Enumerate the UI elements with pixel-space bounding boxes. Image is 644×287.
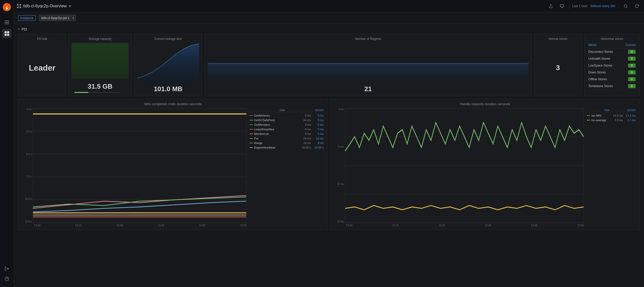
pd-role-panel: PD role Leader (18, 34, 66, 96)
instance-select-wrapper[interactable]: tidb-cl-6yqc2p-pd-1 (39, 15, 76, 21)
legend-item-current: 9 ms (311, 119, 324, 122)
sidebar-signout-icon[interactable] (2, 264, 11, 273)
abnormal-value-cell: 0 (621, 76, 637, 83)
charts-row: 99% completed cmds duration seconds 12.5… (18, 99, 640, 230)
instance-select[interactable]: tidb-cl-6yqc2p-pd-1 (39, 15, 76, 21)
svg-rect-2 (5, 21, 9, 21)
xaxis-label: 13:20 (117, 224, 123, 227)
app-logo[interactable]: 🔥 (2, 3, 11, 12)
legend-color-swatch (250, 124, 253, 125)
legend-item: MemberList 5 ms 5 ms (249, 132, 325, 136)
svg-rect-4 (5, 24, 9, 24)
topbar: tidb-cl-6yqc2p-Overview ▾ Last 1 hour (14, 0, 644, 12)
legend-item: Range 16 ms 9 ms (249, 141, 325, 145)
regions-chart: 21 (208, 43, 528, 93)
current-storage-title: Current storage size (137, 37, 199, 41)
cmds-legend: max current GetAllStores 5 ms 5 ms GetGC… (249, 108, 325, 227)
storage-capacity-chart: 31.5 GB (72, 43, 128, 93)
abnormal-value-cell: 0 (621, 83, 637, 90)
legend-item-name: GetMembers (254, 123, 298, 126)
main-content: tidb-cl-6yqc2p-Overview ▾ Last 1 hour (14, 0, 644, 287)
legend-item-max: 16 ms (298, 141, 311, 145)
refresh-label[interactable]: Refresh every 30s (591, 4, 615, 8)
current-storage-value: 101.0 MB (137, 85, 199, 93)
svg-rect-17 (560, 5, 564, 7)
sidebar-menu-icon[interactable] (2, 18, 11, 27)
legend-item-name: GetAllStores (254, 114, 298, 117)
abnormal-table-row: Unhealth Stores 0 (587, 55, 637, 62)
svg-rect-12 (17, 4, 19, 6)
search-button[interactable] (622, 3, 630, 9)
requests-svg-container (345, 108, 584, 223)
current-storage-panel: Current storage size (134, 34, 202, 96)
abnormal-metric-cell: Tombstone Stores (587, 83, 621, 90)
requests-chart-with-yaxis: 15 ms10 ms5 ms0 ns (333, 108, 584, 223)
share-button[interactable] (547, 3, 555, 9)
svg-rect-15 (20, 7, 21, 8)
refresh-button[interactable] (633, 3, 641, 9)
sidebar-dashboard-icon[interactable] (2, 29, 11, 38)
normal-stores-title: Normal stores (537, 37, 579, 41)
current-storage-chart: 101.0 MB (137, 43, 199, 93)
legend-item-name: MemberList (254, 132, 298, 135)
abnormal-stores-table: Metric Current Disconnect Stores 0 Unhea… (587, 43, 637, 90)
sidebar-help-icon[interactable] (2, 274, 11, 283)
legend-item-max: 10.00 s (298, 146, 311, 149)
yaxis-label: 0 ns (333, 108, 344, 111)
legend-item-name: LeaseKeepAlive (254, 128, 298, 131)
yaxis-label: 5 ms (333, 145, 344, 148)
cmds-chart-with-yaxis: 12.5 s10.0 s7.5 s5.0 s2.5 s0 ns (21, 108, 247, 223)
legend-item-current: 5 ms (311, 128, 324, 131)
legend-color-swatch (250, 134, 253, 134)
abnormal-table-row: Disconnect Stores 0 (587, 49, 637, 55)
legend-item: LeaseKeepAlive 5 ms 5 ms (249, 127, 325, 132)
pd-section-header: ▾ PD (18, 27, 640, 31)
legend-color-swatch (250, 129, 253, 130)
legend-item: RegionHeartbeat 10.00 s 10.00 s (249, 145, 325, 150)
legend-color-swatch (587, 120, 590, 120)
abnormal-metric-cell: Disconnect Stores (587, 49, 621, 55)
handle-requests-body: 15 ms10 ms5 ms0 ns (333, 108, 637, 227)
yaxis-label: 2.5 s (21, 130, 32, 133)
pd-role-title: PD role (21, 37, 63, 41)
legend-item-current: 5 ms (311, 114, 324, 117)
xaxis-label: 13:40 (531, 224, 538, 227)
cmds-duration-body: 12.5 s10.0 s7.5 s5.0 s2.5 s0 ns (21, 108, 325, 227)
xaxis-label: 13:50 (240, 224, 246, 227)
regions-panel: Number of Regions (204, 34, 532, 96)
svg-rect-6 (7, 31, 9, 33)
xaxis-label: 13:10 (392, 224, 399, 227)
cmds-chart-area: 12.5 s10.0 s7.5 s5.0 s2.5 s0 ns (21, 108, 247, 227)
handle-requests-panel: Handle requests duration seconds 15 ms10… (330, 99, 640, 230)
requests-legend-items: tso-98% 14.2 ms 13.3 ms tso-average 2.3 … (586, 113, 637, 122)
cmds-duration-panel: 99% completed cmds duration seconds 12.5… (18, 99, 328, 230)
normal-stores-panel: Normal stores 3 (534, 34, 582, 96)
dropdown-arrow-icon[interactable]: ▾ (69, 4, 71, 8)
cmds-svg-container (33, 108, 247, 223)
svg-point-20 (624, 5, 627, 7)
yaxis-label: 7.5 s (21, 175, 32, 178)
storage-capacity-panel: Storage capacity 31.5 GB (68, 34, 132, 96)
legend-item-current: 13.3 ms (623, 114, 636, 117)
svg-text:🔥: 🔥 (4, 4, 10, 10)
cmds-yaxis: 12.5 s10.0 s7.5 s5.0 s2.5 s0 ns (21, 108, 33, 223)
pd-section-title: PD (22, 27, 27, 31)
tv-button[interactable] (558, 3, 566, 9)
legend-item: tso-98% 14.2 ms 13.3 ms (586, 113, 637, 118)
requests-legend: max current tso-98% 14.2 ms 13.3 ms tso-… (586, 108, 637, 227)
abnormal-table-row: Down Stores 0 (587, 69, 637, 76)
xaxis-label: 13:20 (439, 224, 445, 227)
xaxis-label: 13:40 (199, 224, 205, 227)
normal-stores-value: 3 (537, 43, 579, 93)
svg-rect-3 (5, 22, 9, 23)
svg-rect-14 (17, 7, 19, 8)
legend-item-max: 5 ms (298, 114, 311, 117)
yaxis-label: 0 ns (21, 108, 32, 111)
legend-color-swatch (250, 115, 253, 116)
legend-color-swatch (250, 147, 253, 148)
chevron-down-icon[interactable]: ▾ (18, 27, 20, 31)
pd-role-value: Leader (21, 43, 63, 93)
time-range-label: Last 1 hour (572, 4, 588, 8)
legend-item-name: GetGCSafePoint (254, 119, 298, 122)
svg-marker-29 (137, 44, 199, 83)
